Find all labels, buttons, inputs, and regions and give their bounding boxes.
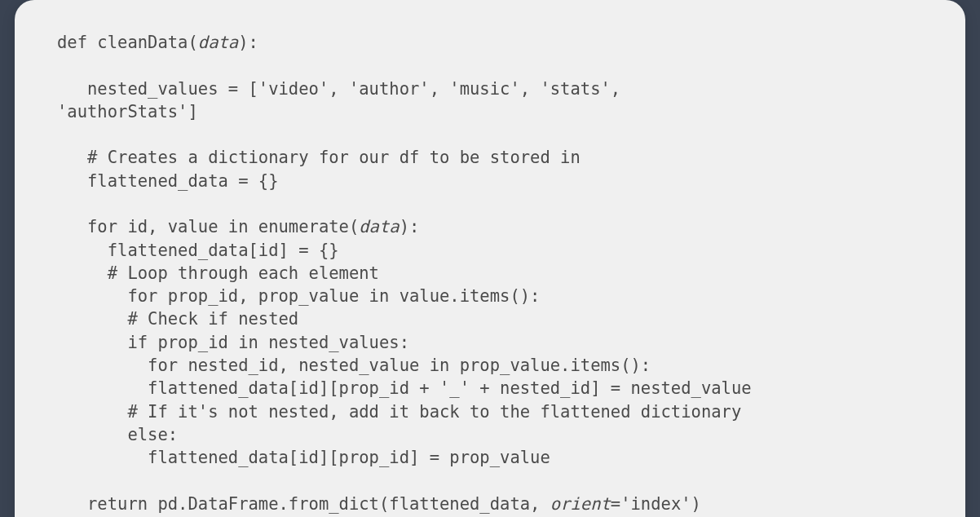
line-1: def cleanData(data): bbox=[57, 33, 258, 52]
line-17-comment: # If it's not nested, add it back to the… bbox=[57, 402, 741, 422]
line-13-comment: # Check if nested bbox=[57, 309, 298, 329]
line-12: for prop_id, prop_value in value.items()… bbox=[57, 286, 540, 306]
line-6-comment: # Creates a dictionary for our df to be … bbox=[57, 148, 580, 167]
line-7: flattened_data = {} bbox=[57, 171, 279, 191]
line-16: flattened_data[id][prop_id + '_' + neste… bbox=[57, 378, 752, 398]
line-4: 'authorStats'] bbox=[57, 102, 198, 122]
line-10: flattened_data[id] = {} bbox=[57, 241, 339, 260]
code-block: def cleanData(data): nested_values = ['v… bbox=[57, 31, 923, 515]
line-9: for id, value in enumerate(data): bbox=[57, 217, 419, 236]
line-18: else: bbox=[57, 425, 178, 444]
line-15: for nested_id, nested_value in prop_valu… bbox=[57, 356, 651, 375]
line-21: return pd.DataFrame.from_dict(flattened_… bbox=[57, 494, 701, 514]
line-14: if prop_id in nested_values: bbox=[57, 333, 409, 352]
code-card: def cleanData(data): nested_values = ['v… bbox=[15, 0, 965, 517]
line-3: nested_values = ['video', 'author', 'mus… bbox=[57, 79, 620, 99]
line-19: flattened_data[id][prop_id] = prop_value bbox=[57, 448, 550, 467]
line-11-comment: # Loop through each element bbox=[57, 263, 379, 283]
